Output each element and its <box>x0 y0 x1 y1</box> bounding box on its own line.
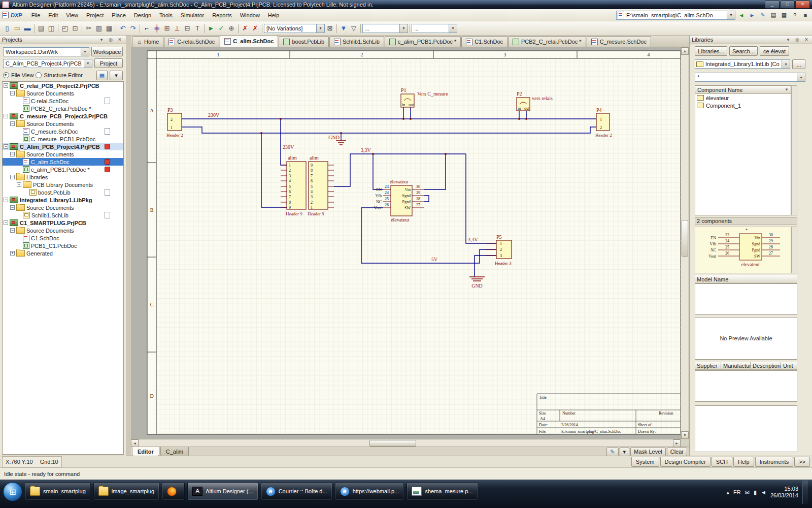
back-icon[interactable]: ◄ <box>737 11 746 20</box>
place-power-port-icon[interactable]: ⊥ <box>172 23 182 34</box>
instruments-panel-button[interactable]: Instruments <box>755 457 793 467</box>
scroll-left-icon[interactable]: ◄ <box>131 439 139 447</box>
scroll-thumb[interactable] <box>682 220 688 257</box>
help-icon[interactable]: ? <box>790 11 799 20</box>
system-panel-button[interactable]: System <box>631 457 659 467</box>
collapse-icon[interactable]: − <box>4 144 8 149</box>
print-icon[interactable]: ▤ <box>769 11 778 20</box>
taskbar-folder-image[interactable]: image_smartplug <box>93 482 159 500</box>
project-combo[interactable]: C_Alim_PCB_Project4.PrjPCB ▾ <box>3 59 92 68</box>
menu-edit[interactable]: Edit <box>44 11 62 20</box>
tab-boost-pcblib[interactable]: boost.PcbLib <box>279 36 329 47</box>
place-bus-icon[interactable]: ╪ <box>152 23 162 34</box>
tree-row[interactable]: C-relai.SchDoc <box>3 97 123 105</box>
filter-combo-2[interactable]: ... ▾ <box>412 24 457 33</box>
mask-level-button[interactable]: Mask Level <box>630 448 666 456</box>
menu-place[interactable]: Place <box>108 11 130 20</box>
scroll-right-icon[interactable]: ► <box>673 439 681 447</box>
expand-icon[interactable]: + <box>10 251 15 256</box>
sch-panel-button[interactable]: SCH <box>712 457 732 467</box>
chevron-down-icon[interactable]: ▾ <box>399 24 408 33</box>
chevron-down-icon[interactable]: ▾ <box>316 24 324 33</box>
workspace-combo[interactable]: Workspace1.DsnWrk ▾ <box>3 47 89 56</box>
close-button[interactable]: ✕ <box>795 1 810 9</box>
show-desktop-button[interactable] <box>802 481 808 504</box>
menu-reports[interactable]: Reports <box>208 11 236 20</box>
menu-project[interactable]: Project <box>82 11 108 20</box>
schematic-canvas[interactable]: 1 2 3 4 A B C D <box>131 47 681 439</box>
collapse-icon[interactable]: − <box>17 182 21 187</box>
place-net-label-icon[interactable]: ⊟ <box>182 23 192 34</box>
description-column[interactable]: Description <box>751 362 781 370</box>
chevron-down-icon[interactable]: ▾ <box>84 59 92 68</box>
collapse-icon[interactable]: − <box>10 121 15 126</box>
collapse-icon[interactable]: − <box>10 91 15 96</box>
filter-icon[interactable]: ▼ <box>339 23 349 34</box>
preview-scrollbar[interactable] <box>791 227 797 273</box>
menu-tools[interactable]: Tools <box>155 11 177 20</box>
library-more-button[interactable]: ... <box>792 59 805 69</box>
print-icon[interactable]: ▤ <box>36 23 46 34</box>
menu-icon[interactable]: ≡ <box>801 11 810 20</box>
copy-icon[interactable]: ▥ <box>94 23 104 34</box>
menu-design[interactable]: Design <box>130 11 155 20</box>
tree-row[interactable]: −C1_SMARTPLUG.PrjPCB <box>3 219 123 227</box>
tree-row-selected-project[interactable]: −C_Alim_PCB_Project4.PrjPCB <box>3 143 123 150</box>
manufacturer-column[interactable]: Manufactur <box>721 362 751 370</box>
search-button[interactable]: Search... <box>729 46 758 56</box>
filter-combo-1[interactable]: ... ▾ <box>362 24 408 33</box>
tab-schlib1-schlib[interactable]: Schlib1.SchLib <box>329 36 384 47</box>
more-panels-button[interactable]: >> <box>794 457 810 467</box>
tree-row[interactable]: boost.PcbLib <box>3 188 123 196</box>
component-list-item[interactable]: Component_1 <box>695 102 791 109</box>
place-component-button[interactable]: ce élevat <box>760 46 789 56</box>
tab-c-alim[interactable]: C_alim <box>160 447 189 456</box>
component-p5[interactable] <box>496 240 512 259</box>
menu-help[interactable]: Help <box>264 11 284 20</box>
structure-editor-radio[interactable] <box>36 72 42 78</box>
tree-row[interactable]: C_mesure.SchDoc <box>3 128 123 135</box>
zoom-fit-icon[interactable]: ⊡ <box>70 23 80 34</box>
print-preview-icon[interactable]: ◫ <box>46 23 56 34</box>
pin-icon[interactable]: ◎ <box>793 36 801 44</box>
clear-filter-icon[interactable]: ▽ <box>349 23 359 34</box>
tray-mail-icon[interactable]: ✉ <box>745 489 750 496</box>
tray-volume-icon[interactable]: ◄ <box>761 489 766 495</box>
filter-funnel-icon[interactable]: ▼ <box>785 87 789 92</box>
save-icon[interactable]: ▬ <box>22 23 32 34</box>
collapse-icon[interactable]: − <box>10 205 15 210</box>
tree-row-active-document[interactable]: C_alim.SchDoc <box>3 158 123 166</box>
collapse-icon[interactable]: − <box>4 83 8 88</box>
cancel-icon-1[interactable]: ✗ <box>240 23 250 34</box>
tab-pcb2-c-relai-pcbdoc[interactable]: PCB2_C_relai.PcbDoc * <box>508 36 586 47</box>
forward-icon[interactable]: ► <box>748 11 757 20</box>
chevron-down-icon[interactable]: ▾ <box>782 60 790 68</box>
menu-window[interactable]: Window <box>236 11 264 20</box>
taskbar-folder-smain[interactable]: smain_smartplug <box>25 482 91 500</box>
cancel-icon-2[interactable]: ✗ <box>250 23 260 34</box>
variations-combo[interactable]: [No Variations] ▾ <box>264 24 325 33</box>
open-icon[interactable]: ▭ <box>12 23 22 34</box>
collapse-icon[interactable]: − <box>4 220 8 225</box>
chevron-down-icon[interactable]: ▾ <box>784 36 792 44</box>
place-text-icon[interactable]: T <box>192 23 202 34</box>
redo-icon[interactable]: ↷ <box>128 23 138 34</box>
component-p3[interactable] <box>167 113 182 131</box>
variant-settings-icon[interactable]: ⊠ <box>325 23 335 34</box>
dxp-menu[interactable]: DXP <box>11 12 22 18</box>
navigator-button[interactable]: ▦ <box>96 71 108 80</box>
taskbar-altium[interactable]: AAltium Designer (... <box>187 482 258 500</box>
tree-row[interactable]: −Source Documents <box>3 89 123 97</box>
scroll-up-icon[interactable]: ▲ <box>681 47 689 55</box>
start-button[interactable]: ⊞ <box>3 482 22 501</box>
unit-column[interactable]: Unit <box>781 362 797 370</box>
edit-icon[interactable]: ✎ <box>758 11 767 20</box>
tree-row[interactable]: PCB1_C1.PcbDoc <box>3 242 123 249</box>
libraries-button[interactable]: Libraries... <box>695 46 727 56</box>
tab-editor[interactable]: Editor <box>132 447 159 456</box>
component-filter-combo[interactable]: * ▾ <box>695 73 805 82</box>
collapse-icon[interactable]: − <box>10 152 15 156</box>
clock[interactable]: 15:03 26/03/2014 <box>770 486 798 499</box>
taskbar-ie-webmail[interactable]: ehttps://webmail.p... <box>335 482 404 500</box>
run-icon[interactable]: ► <box>206 23 216 34</box>
